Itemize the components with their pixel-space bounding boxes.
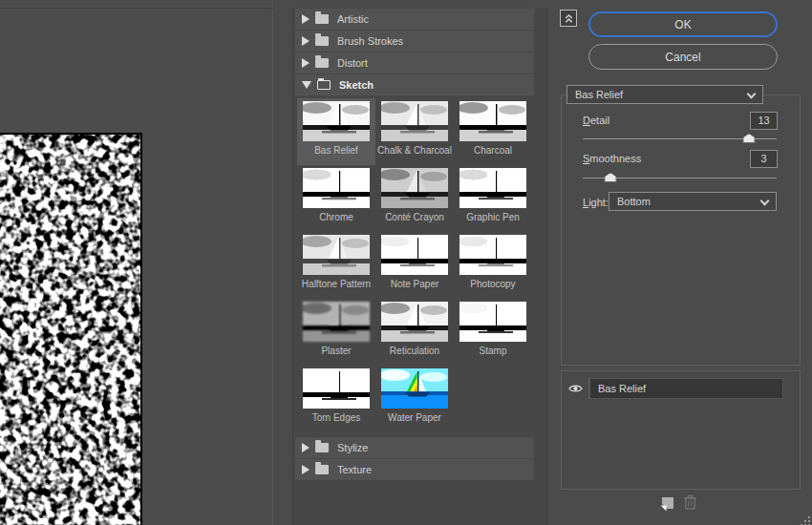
filter-thumb-label: Note Paper [391,279,439,289]
collapse-arrow-icon[interactable] [302,81,311,89]
visibility-toggle[interactable] [562,378,589,399]
effect-layers-panel: Bas Relief [561,370,801,490]
filter-thumbnail [381,302,448,342]
filter-thumbnail [303,302,370,342]
expand-arrow-icon[interactable] [302,443,310,452]
effect-layer-name: Bas Relief [589,378,783,399]
filter-thumb-bas-relief[interactable]: Bas Relief [297,98,375,165]
filter-thumbnail [459,168,526,208]
expand-arrow-icon[interactable] [302,465,310,474]
filter-thumb-label: Bas Relief [314,145,358,156]
filter-thumb-stamp[interactable]: Stamp [454,299,532,366]
filter-thumb-charcoal[interactable]: Charcoal [454,98,532,165]
filter-thumbnail [303,235,370,275]
category-label: Artistic [337,13,369,25]
filter-thumbnail [303,368,370,409]
delete-effect-layer-button[interactable] [682,494,697,511]
filter-thumbnail [303,168,370,208]
folder-icon [315,58,329,68]
category-artistic[interactable]: Artistic [295,9,534,30]
category-brush-strokes[interactable]: Brush Strokes [295,31,534,52]
effect-layer-row[interactable]: Bas Relief [562,378,800,399]
filter-name-select[interactable]: Bas Relief [566,85,763,104]
filter-thumb-torn-edges[interactable]: Torn Edges [297,366,375,432]
chevron-down-icon [760,197,770,206]
category-label: Texture [337,464,372,475]
detail-value-field[interactable]: 13 [750,112,778,130]
category-stylize[interactable]: Stylize [295,437,534,458]
filter-thumbnail [459,302,526,342]
light-label: Light: [583,197,609,208]
category-label: Stylize [337,442,368,453]
slider-thumb[interactable] [605,173,617,182]
folder-icon [315,14,329,24]
new-effect-layer-button[interactable] [659,496,674,512]
category-sketch[interactable]: Sketch [295,74,534,95]
category-texture[interactable]: Texture [295,459,534,480]
resize-grip-icon [800,515,811,525]
filter-list-panel: Artistic Brush Strokes Distort Sketch Ba… [292,8,547,525]
filter-thumbnail [459,101,526,141]
category-label: Sketch [339,79,374,91]
filter-thumb-label: Chrome [319,212,353,222]
filter-thumbnail [381,368,448,409]
preview-divider [0,8,273,9]
detail-slider[interactable] [583,134,777,144]
folder-icon [315,443,329,452]
filter-thumbnail [459,235,526,275]
preview-pane [0,0,273,525]
filter-thumb-reticulation[interactable]: Reticulation [375,299,454,366]
filter-thumb-label: Photocopy [470,279,515,289]
filter-gallery-dialog: { "dialog": { "ok_label": "OK", "cancel_… [0,0,812,525]
new-effect-layer-icon [659,496,674,512]
smoothness-slider[interactable] [583,173,777,183]
filter-thumb-label: Reticulation [390,346,439,356]
preview-image[interactable] [0,133,142,525]
filter-thumb-conte-crayon[interactable]: Conté Crayon [375,165,454,232]
filter-thumb-label: Plaster [321,346,351,356]
trash-icon [683,494,697,511]
expand-arrow-icon[interactable] [302,14,310,24]
filter-thumb-label: Charcoal [474,145,512,156]
folder-icon [315,36,329,46]
light-direction-select[interactable]: Bottom [609,192,777,211]
collapse-panel-button[interactable] [560,10,577,27]
filter-name-value: Bas Relief [575,89,623,100]
chevron-down-icon [747,90,757,99]
resize-grip[interactable] [800,514,811,525]
category-distort[interactable]: Distort [295,52,534,74]
category-label: Distort [337,57,368,69]
filter-thumb-label: Graphic Pen [466,212,520,222]
double-chevron-up-icon [564,13,574,24]
ok-button[interactable]: OK [588,11,778,37]
folder-icon [315,465,329,474]
open-folder-icon [317,80,331,90]
filter-thumb-water-paper[interactable]: Water Paper [375,366,454,432]
filter-thumb-label: Halftone Pattern [302,279,371,289]
smoothness-value-field[interactable]: 3 [750,150,778,168]
sketch-filter-grid: Bas Relief Chalk & Charcoal Charcoal Chr… [295,96,534,432]
filter-thumbnail [381,168,448,208]
filter-thumb-chalk-charcoal[interactable]: Chalk & Charcoal [375,98,454,165]
smoothness-label: Smoothness [583,153,641,164]
cancel-button[interactable]: Cancel [588,44,778,70]
filter-thumb-halftone-pattern[interactable]: Halftone Pattern [297,232,375,299]
filter-thumb-label: Stamp [480,346,507,356]
filter-thumb-label: Torn Edges [312,412,361,423]
filter-thumb-chrome[interactable]: Chrome [297,165,375,232]
filter-thumb-label: Water Paper [388,412,441,423]
detail-label: Detail [583,115,609,126]
filter-thumbnail [303,101,370,141]
eye-icon [568,384,583,393]
slider-thumb[interactable] [743,134,756,143]
filter-thumbnail [381,101,448,141]
filter-thumb-label: Chalk & Charcoal [377,145,452,156]
expand-arrow-icon[interactable] [302,58,310,68]
category-label: Brush Strokes [337,35,403,47]
expand-arrow-icon[interactable] [302,36,310,46]
filter-thumb-label: Conté Crayon [385,212,444,222]
filter-thumb-graphic-pen[interactable]: Graphic Pen [454,165,532,232]
filter-thumb-plaster[interactable]: Plaster [297,299,375,366]
filter-thumb-note-paper[interactable]: Note Paper [375,232,454,299]
filter-thumb-photocopy[interactable]: Photocopy [454,232,532,299]
